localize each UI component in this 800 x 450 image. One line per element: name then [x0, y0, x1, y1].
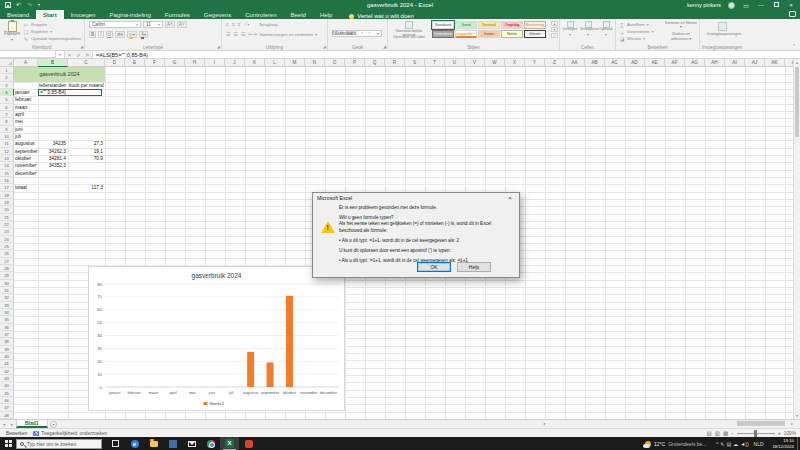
- redo-icon[interactable]: ↷: [27, 2, 33, 8]
- sheet-tab-blad1[interactable]: Blad1: [16, 420, 48, 428]
- ribbon-tab-invoegen[interactable]: Invoegen: [64, 10, 103, 19]
- row-header-38[interactable]: 38: [0, 338, 14, 345]
- cell-B14[interactable]: 34352,3: [39, 162, 66, 169]
- taskbar-icon-excel[interactable]: X: [220, 437, 239, 450]
- column-header-AA[interactable]: AA: [565, 59, 585, 67]
- row-header-14[interactable]: 14: [0, 162, 14, 169]
- cell-A5[interactable]: februari: [15, 96, 36, 103]
- ribbon-display-options-icon[interactable]: ▭: [742, 2, 750, 9]
- cell-style-output[interactable]: Uitvoer: [524, 30, 546, 38]
- cell-C13[interactable]: 70,9: [69, 155, 103, 162]
- formula-input[interactable]: =ALS(B5="",0,85-B4): [92, 51, 800, 58]
- column-header-K[interactable]: K: [245, 59, 265, 67]
- column-header-M[interactable]: M: [285, 59, 305, 67]
- cell-A7[interactable]: april: [15, 111, 36, 118]
- column-header-AH[interactable]: AH: [705, 59, 725, 67]
- sheet-nav-left-icon[interactable]: ◂: [0, 420, 8, 428]
- comments-icon[interactable]: [789, 11, 796, 17]
- scroll-right-icon[interactable]: ▸: [791, 420, 793, 427]
- enter-entry-icon[interactable]: ✓: [74, 51, 83, 58]
- insert-function-icon[interactable]: fx: [83, 51, 92, 58]
- align-middle-icon[interactable]: ≡: [232, 21, 235, 28]
- vertical-scroll-thumb[interactable]: [795, 67, 799, 137]
- column-header-E[interactable]: E: [125, 59, 145, 67]
- new-sheet-button[interactable]: +: [48, 420, 60, 428]
- column-header-B[interactable]: B: [38, 59, 68, 67]
- column-header-S[interactable]: S: [405, 59, 425, 67]
- sheet-nav-right-icon[interactable]: ▸: [8, 420, 16, 428]
- copy-button[interactable]: ❏Kopiëren▾: [23, 28, 81, 35]
- align-bottom-icon[interactable]: ≡: [238, 21, 241, 28]
- column-header-AC[interactable]: AC: [605, 59, 625, 67]
- column-header-H[interactable]: H: [185, 59, 205, 67]
- name-box-dropdown-icon[interactable]: ▾: [56, 51, 65, 58]
- cell-A4[interactable]: januari: [15, 89, 36, 96]
- font-color-button[interactable]: A▾: [139, 31, 148, 38]
- page-break-view-icon[interactable]: ▦: [723, 430, 728, 436]
- horizontal-scroll-thumb[interactable]: [737, 421, 785, 426]
- column-header-O[interactable]: O: [325, 59, 345, 67]
- taskbar-icon-office[interactable]: [239, 437, 258, 450]
- column-header-A[interactable]: A: [14, 59, 38, 67]
- minimize-button[interactable]: —: [757, 2, 765, 8]
- tray-icon-0[interactable]: ^: [716, 441, 718, 447]
- row-header-43[interactable]: 43: [0, 375, 14, 382]
- cell-A9[interactable]: juni: [15, 126, 36, 133]
- column-header-AF[interactable]: AF: [665, 59, 685, 67]
- cell-A15[interactable]: december: [15, 170, 36, 177]
- row-header-24[interactable]: 24: [0, 236, 14, 243]
- zoom-in-icon[interactable]: +: [778, 431, 781, 436]
- accessibility-status[interactable]: ♿ Toegankelijkheid: onderzoeken: [33, 431, 107, 436]
- cell-B13[interactable]: 34281,4: [39, 155, 66, 162]
- cells-verwijderen-button[interactable]: Verwijderen▾: [580, 21, 596, 37]
- merge-center-button[interactable]: Samenvoegen en centreren▾: [260, 31, 317, 38]
- align-right-icon[interactable]: ☰: [241, 31, 245, 38]
- cell-style-good[interactable]: Goed: [455, 21, 477, 29]
- autosum-button[interactable]: ∑AutoSom▾: [619, 21, 653, 28]
- cancel-entry-icon[interactable]: ×: [65, 51, 74, 58]
- orientation-icon[interactable]: ⟋▾: [244, 21, 250, 28]
- column-header-AL[interactable]: AL: [785, 59, 793, 67]
- collapse-ribbon-icon[interactable]: ⌃: [792, 43, 796, 49]
- clear-button[interactable]: ◪Wissen▾: [619, 35, 653, 42]
- find-select-button[interactable]: Zoeken en selecteren ▾: [664, 32, 698, 40]
- row-header-44[interactable]: 44: [0, 382, 14, 389]
- row-header-13[interactable]: 13: [0, 155, 14, 162]
- cell-style-neutral[interactable]: Neutraal: [478, 21, 500, 29]
- row-header-29[interactable]: 29: [0, 272, 14, 279]
- row-header-7[interactable]: 7: [0, 111, 14, 118]
- cell-C17[interactable]: 117,3: [69, 184, 103, 191]
- start-button[interactable]: [0, 437, 16, 450]
- cell-C3[interactable]: kuub per maand: [69, 82, 103, 89]
- addins-button[interactable]: Invoegtoepassingen: [707, 21, 737, 36]
- cell-A11[interactable]: augustus: [15, 140, 36, 147]
- column-header-X[interactable]: X: [505, 59, 525, 67]
- cell-B11[interactable]: 34235: [39, 140, 66, 147]
- paste-button[interactable]: Plakken ▾: [3, 21, 21, 45]
- cell-A17[interactable]: totaal: [15, 184, 36, 191]
- row-header-20[interactable]: 20: [0, 206, 14, 213]
- dialog-help-button[interactable]: Help: [457, 262, 491, 272]
- row-header-3[interactable]: 3: [0, 82, 14, 89]
- row-header-32[interactable]: 32: [0, 294, 14, 301]
- column-header-R[interactable]: R: [385, 59, 405, 67]
- ribbon-tab-help[interactable]: Help: [313, 10, 339, 19]
- font-size-select[interactable]: 11▾: [143, 21, 163, 28]
- row-header-35[interactable]: 35: [0, 316, 14, 323]
- shrink-font-button[interactable]: A˅: [177, 21, 187, 28]
- taskbar-clock[interactable]: 13:10 18/12/2024: [770, 438, 794, 449]
- tray-icon-3[interactable]: ☁: [733, 441, 738, 447]
- save-icon[interactable]: [5, 2, 11, 8]
- cell-C12[interactable]: 19,1: [69, 148, 103, 155]
- cell-A8[interactable]: mei: [15, 118, 36, 125]
- active-cell-editor[interactable]: ="",0,85-B4): [38, 89, 102, 96]
- tray-icon-1[interactable]: ✎: [720, 441, 724, 447]
- tray-icon-2[interactable]: ▤: [727, 441, 732, 447]
- cell-style-linked[interactable]: Gekoppelde c...: [455, 30, 477, 38]
- row-header-36[interactable]: 36: [0, 324, 14, 331]
- zoom-out-icon[interactable]: −: [731, 431, 734, 436]
- ribbon-tab-beeld[interactable]: Beeld: [284, 10, 313, 19]
- vertical-scrollbar[interactable]: ▴ ▾: [793, 59, 800, 419]
- row-header-4[interactable]: 4: [0, 89, 14, 96]
- bold-button[interactable]: B: [89, 31, 96, 38]
